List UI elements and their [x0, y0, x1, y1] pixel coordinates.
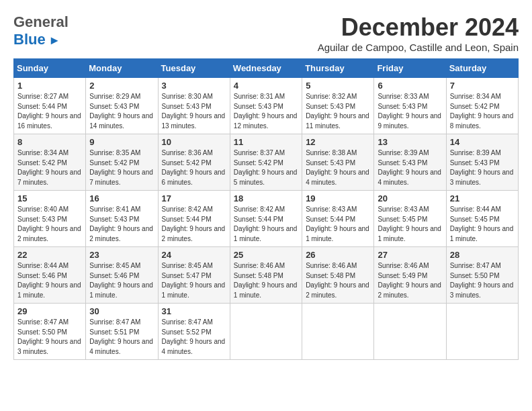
logo: General Blue ► [13, 13, 69, 48]
day-number: 26 [306, 250, 370, 260]
day-number: 6 [378, 81, 442, 91]
calendar-day-cell: 18 Sunrise: 8:42 AMSunset: 5:44 PMDaylig… [230, 191, 302, 247]
logo-general: General [13, 13, 69, 30]
day-number: 12 [306, 137, 370, 147]
day-info: Sunrise: 8:38 AMSunset: 5:43 PMDaylight:… [306, 149, 369, 186]
day-number: 8 [17, 137, 82, 147]
calendar-day-cell: 5 Sunrise: 8:32 AMSunset: 5:43 PMDayligh… [302, 78, 374, 134]
day-info: Sunrise: 8:29 AMSunset: 5:43 PMDaylight:… [89, 93, 153, 130]
calendar-day-cell: 11 Sunrise: 8:37 AMSunset: 5:42 PMDaylig… [230, 134, 302, 191]
calendar-day-cell: 29 Sunrise: 8:47 AMSunset: 5:50 PMDaylig… [14, 304, 86, 360]
calendar-day-cell: 14 Sunrise: 8:39 AMSunset: 5:43 PMDaylig… [446, 134, 518, 191]
calendar-header-wednesday: Wednesday [230, 59, 302, 78]
calendar-day-cell: 28 Sunrise: 8:47 AMSunset: 5:50 PMDaylig… [446, 247, 518, 304]
calendar-day-cell: 7 Sunrise: 8:34 AMSunset: 5:42 PMDayligh… [446, 78, 518, 134]
calendar-day-cell: 9 Sunrise: 8:35 AMSunset: 5:42 PMDayligh… [86, 134, 158, 191]
calendar-day-cell: 4 Sunrise: 8:31 AMSunset: 5:43 PMDayligh… [230, 78, 302, 134]
day-number: 9 [89, 137, 154, 147]
calendar-day-cell: 13 Sunrise: 8:39 AMSunset: 5:43 PMDaylig… [374, 134, 446, 191]
calendar-day-cell [230, 304, 302, 360]
day-number: 17 [162, 193, 226, 203]
day-number: 1 [17, 81, 82, 91]
day-number: 15 [17, 193, 82, 203]
calendar-day-cell: 25 Sunrise: 8:46 AMSunset: 5:48 PMDaylig… [230, 247, 302, 304]
day-number: 22 [17, 250, 82, 260]
day-info: Sunrise: 8:46 AMSunset: 5:49 PMDaylight:… [378, 262, 441, 299]
day-number: 19 [306, 193, 370, 203]
calendar-table: SundayMondayTuesdayWednesdayThursdayFrid… [13, 58, 519, 360]
day-info: Sunrise: 8:30 AMSunset: 5:43 PMDaylight:… [162, 93, 226, 130]
day-number: 13 [378, 137, 442, 147]
calendar-day-cell: 22 Sunrise: 8:44 AMSunset: 5:46 PMDaylig… [14, 247, 86, 304]
calendar-day-cell: 15 Sunrise: 8:40 AMSunset: 5:43 PMDaylig… [14, 191, 86, 247]
calendar-day-cell: 16 Sunrise: 8:41 AMSunset: 5:43 PMDaylig… [86, 191, 158, 247]
calendar-week-row: 1 Sunrise: 8:27 AMSunset: 5:44 PMDayligh… [14, 78, 519, 134]
day-info: Sunrise: 8:34 AMSunset: 5:42 PMDaylight:… [17, 149, 81, 186]
day-info: Sunrise: 8:45 AMSunset: 5:46 PMDaylight:… [89, 262, 153, 299]
month-title: December 2024 [318, 13, 519, 42]
day-number: 18 [234, 193, 298, 203]
day-number: 11 [234, 137, 298, 147]
calendar-day-cell [374, 304, 446, 360]
day-info: Sunrise: 8:39 AMSunset: 5:43 PMDaylight:… [378, 149, 441, 186]
calendar-day-cell: 20 Sunrise: 8:43 AMSunset: 5:45 PMDaylig… [374, 191, 446, 247]
day-number: 29 [17, 306, 82, 316]
day-info: Sunrise: 8:37 AMSunset: 5:42 PMDaylight:… [234, 149, 298, 186]
day-info: Sunrise: 8:47 AMSunset: 5:52 PMDaylight:… [162, 318, 226, 355]
header: General Blue ► December 2024 Aguilar de … [13, 13, 519, 53]
location-title: Aguilar de Campoo, Castille and Leon, Sp… [318, 42, 519, 53]
calendar-header-thursday: Thursday [302, 59, 374, 78]
day-info: Sunrise: 8:44 AMSunset: 5:46 PMDaylight:… [17, 262, 81, 299]
calendar-day-cell: 31 Sunrise: 8:47 AMSunset: 5:52 PMDaylig… [158, 304, 230, 360]
calendar-header-monday: Monday [86, 59, 158, 78]
calendar-day-cell: 27 Sunrise: 8:46 AMSunset: 5:49 PMDaylig… [374, 247, 446, 304]
day-info: Sunrise: 8:36 AMSunset: 5:42 PMDaylight:… [162, 149, 226, 186]
calendar-day-cell: 23 Sunrise: 8:45 AMSunset: 5:46 PMDaylig… [86, 247, 158, 304]
calendar-header-friday: Friday [374, 59, 446, 78]
calendar-day-cell: 3 Sunrise: 8:30 AMSunset: 5:43 PMDayligh… [158, 78, 230, 134]
day-info: Sunrise: 8:42 AMSunset: 5:44 PMDaylight:… [234, 205, 298, 242]
day-number: 25 [234, 250, 298, 260]
calendar-week-row: 8 Sunrise: 8:34 AMSunset: 5:42 PMDayligh… [14, 134, 519, 191]
calendar-day-cell: 6 Sunrise: 8:33 AMSunset: 5:43 PMDayligh… [374, 78, 446, 134]
logo-bird-icon: ► [48, 34, 60, 47]
day-number: 27 [378, 250, 442, 260]
calendar-week-row: 29 Sunrise: 8:47 AMSunset: 5:50 PMDaylig… [14, 304, 519, 360]
day-number: 10 [162, 137, 226, 147]
title-area: December 2024 Aguilar de Campoo, Castill… [318, 13, 519, 53]
calendar-header-sunday: Sunday [14, 59, 86, 78]
calendar-day-cell: 2 Sunrise: 8:29 AMSunset: 5:43 PMDayligh… [86, 78, 158, 134]
calendar-week-row: 15 Sunrise: 8:40 AMSunset: 5:43 PMDaylig… [14, 191, 519, 247]
day-info: Sunrise: 8:44 AMSunset: 5:45 PMDaylight:… [450, 205, 514, 242]
calendar-week-row: 22 Sunrise: 8:44 AMSunset: 5:46 PMDaylig… [14, 247, 519, 304]
calendar-header-row: SundayMondayTuesdayWednesdayThursdayFrid… [14, 59, 519, 78]
calendar-header-tuesday: Tuesday [158, 59, 230, 78]
day-number: 5 [306, 81, 370, 91]
day-info: Sunrise: 8:35 AMSunset: 5:42 PMDaylight:… [89, 149, 153, 186]
day-number: 16 [89, 193, 154, 203]
calendar-header-saturday: Saturday [446, 59, 518, 78]
day-info: Sunrise: 8:39 AMSunset: 5:43 PMDaylight:… [450, 149, 514, 186]
day-info: Sunrise: 8:45 AMSunset: 5:47 PMDaylight:… [162, 262, 226, 299]
day-info: Sunrise: 8:40 AMSunset: 5:43 PMDaylight:… [17, 205, 81, 242]
day-number: 3 [162, 81, 226, 91]
day-info: Sunrise: 8:41 AMSunset: 5:43 PMDaylight:… [89, 205, 153, 242]
day-number: 31 [162, 306, 226, 316]
day-info: Sunrise: 8:43 AMSunset: 5:44 PMDaylight:… [306, 205, 369, 242]
calendar-day-cell: 30 Sunrise: 8:47 AMSunset: 5:51 PMDaylig… [86, 304, 158, 360]
day-number: 24 [162, 250, 226, 260]
calendar-day-cell [446, 304, 518, 360]
calendar-day-cell [302, 304, 374, 360]
day-number: 4 [234, 81, 298, 91]
day-info: Sunrise: 8:46 AMSunset: 5:48 PMDaylight:… [306, 262, 369, 299]
logo-text: General Blue ► [13, 13, 69, 48]
day-info: Sunrise: 8:47 AMSunset: 5:51 PMDaylight:… [89, 318, 153, 355]
day-info: Sunrise: 8:42 AMSunset: 5:44 PMDaylight:… [162, 205, 226, 242]
calendar-day-cell: 17 Sunrise: 8:42 AMSunset: 5:44 PMDaylig… [158, 191, 230, 247]
calendar-day-cell: 19 Sunrise: 8:43 AMSunset: 5:44 PMDaylig… [302, 191, 374, 247]
calendar-day-cell: 21 Sunrise: 8:44 AMSunset: 5:45 PMDaylig… [446, 191, 518, 247]
day-info: Sunrise: 8:47 AMSunset: 5:50 PMDaylight:… [17, 318, 81, 355]
day-info: Sunrise: 8:43 AMSunset: 5:45 PMDaylight:… [378, 205, 441, 242]
calendar-day-cell: 10 Sunrise: 8:36 AMSunset: 5:42 PMDaylig… [158, 134, 230, 191]
logo-blue: Blue [13, 31, 46, 48]
